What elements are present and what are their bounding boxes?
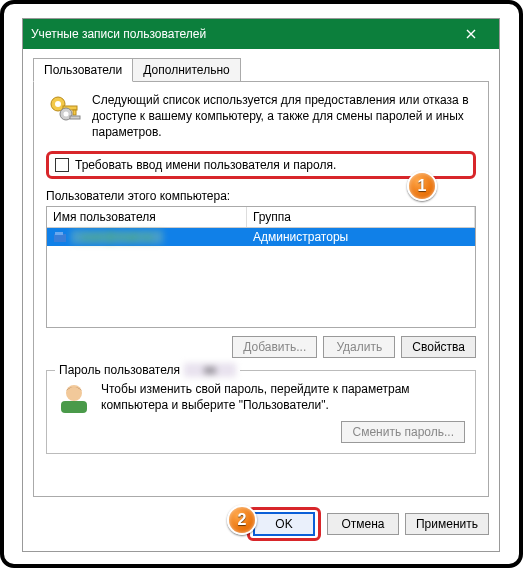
svg-rect-9 bbox=[61, 401, 87, 413]
add-button: Добавить... bbox=[232, 336, 317, 358]
properties-button[interactable]: Свойства bbox=[401, 336, 476, 358]
tab-users[interactable]: Пользователи bbox=[33, 58, 133, 82]
require-credentials-label: Требовать ввод имени пользователя и паро… bbox=[75, 158, 336, 172]
cancel-button[interactable]: Отмена bbox=[327, 513, 399, 535]
tab-panel: Следующий список используется для предос… bbox=[33, 81, 489, 497]
col-group[interactable]: Группа bbox=[247, 207, 475, 227]
require-credentials-checkbox[interactable] bbox=[55, 158, 69, 172]
password-groupbox: Пароль пользователя xx Чтобы изменить св… bbox=[46, 370, 476, 454]
window-title: Учетные записи пользователей bbox=[31, 27, 451, 41]
keys-icon bbox=[46, 92, 82, 128]
password-user-blurred: xx bbox=[184, 363, 236, 377]
user-avatar-icon bbox=[57, 381, 91, 415]
titlebar: Учетные записи пользователей bbox=[23, 19, 499, 49]
user-name-blurred: user@mail.ru bbox=[71, 230, 163, 244]
svg-point-5 bbox=[64, 112, 69, 117]
user-accounts-dialog: Учетные записи пользователей Пользовател… bbox=[22, 18, 500, 552]
list-header: Имя пользователя Группа bbox=[47, 207, 475, 228]
change-password-button: Сменить пароль... bbox=[341, 421, 465, 443]
annotation-badge-1: 1 bbox=[407, 171, 437, 201]
tab-advanced[interactable]: Дополнительно bbox=[133, 58, 240, 82]
ok-button[interactable]: OK bbox=[253, 512, 315, 536]
ok-button-highlight: OK bbox=[247, 507, 321, 541]
password-text: Чтобы изменить свой пароль, перейдите к … bbox=[101, 381, 465, 413]
password-group-label: Пароль пользователя bbox=[59, 363, 180, 377]
users-list[interactable]: Имя пользователя Группа user@mail.ru Адм… bbox=[46, 206, 476, 328]
col-username[interactable]: Имя пользователя bbox=[47, 207, 247, 227]
annotation-badge-2: 2 bbox=[227, 505, 257, 535]
svg-point-10 bbox=[66, 385, 82, 401]
remove-button: Удалить bbox=[323, 336, 395, 358]
svg-rect-3 bbox=[73, 110, 76, 115]
svg-point-1 bbox=[55, 101, 61, 107]
svg-rect-8 bbox=[55, 232, 63, 235]
close-icon bbox=[466, 29, 476, 39]
intro-text: Следующий список используется для предос… bbox=[92, 92, 476, 141]
user-group-cell: Администраторы bbox=[247, 230, 475, 244]
table-row[interactable]: user@mail.ru Администраторы bbox=[47, 228, 475, 246]
svg-rect-6 bbox=[70, 116, 80, 119]
close-button[interactable] bbox=[451, 19, 491, 49]
tab-strip: Пользователи Дополнительно bbox=[33, 57, 489, 81]
svg-rect-7 bbox=[54, 234, 66, 242]
user-row-icon bbox=[53, 231, 67, 243]
apply-button[interactable]: Применить bbox=[405, 513, 489, 535]
